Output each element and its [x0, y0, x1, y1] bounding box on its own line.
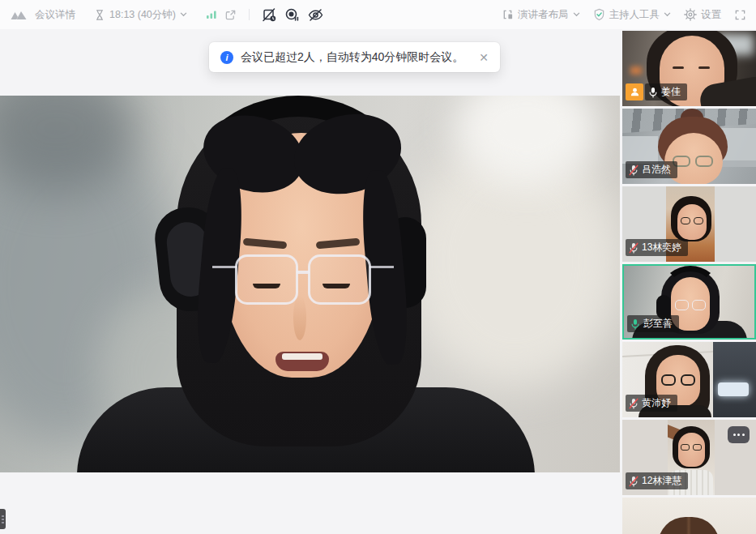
transcription-off-icon[interactable] [262, 7, 277, 23]
shield-check-icon [593, 8, 605, 21]
speaker-layout-icon [502, 9, 514, 20]
meeting-details-label: 会议详情 [35, 8, 75, 22]
main-video-stage[interactable] [0, 96, 620, 472]
banner-close-icon[interactable]: ✕ [479, 51, 489, 64]
hide-view-eye-off-icon[interactable] [307, 7, 324, 23]
participant-tile[interactable]: 12林津慧 [622, 420, 756, 495]
participant-name: 吕浩然 [642, 163, 671, 177]
participant-tile-active-speaker[interactable]: 彭至善 [622, 264, 756, 340]
participant-name: 12林津慧 [642, 474, 681, 488]
mic-muted-icon [629, 476, 639, 487]
timer-text: 18:13 (40分钟) [109, 8, 176, 22]
participant-tile[interactable]: 吕浩然 [622, 109, 756, 184]
mic-speaking-icon [630, 318, 640, 330]
host-tools-button[interactable]: 主持人工具 [593, 8, 672, 22]
participant-tile[interactable]: 姜佳 [622, 31, 756, 106]
mic-muted-icon [629, 398, 639, 409]
meeting-timer[interactable]: 18:13 (40分钟) [94, 8, 187, 22]
participant-name: 13林奕婷 [642, 241, 681, 254]
gear-icon [684, 8, 697, 21]
glasses [235, 254, 298, 305]
participant-tile[interactable]: 黄沛妤 [622, 342, 756, 417]
meeting-details-button[interactable]: 会议详情 [35, 8, 75, 22]
participant-tile[interactable]: 13林奕婷 [622, 186, 756, 262]
collapsed-panel-handle[interactable] [0, 509, 6, 529]
host-badge-icon [626, 83, 643, 100]
meeting-app-window: { "topbar": { "meeting_details_label": "… [0, 0, 756, 534]
mic-muted-icon [629, 164, 639, 176]
settings-label: 设置 [701, 8, 721, 22]
fullscreen-icon[interactable] [734, 9, 746, 21]
toolbar-divider [249, 9, 250, 20]
banner-message: 会议已超过2人，自动转为40分钟限时会议。 [241, 50, 463, 65]
chevron-down-icon [180, 12, 187, 17]
chevron-down-icon [664, 12, 671, 17]
info-icon: i [220, 51, 233, 64]
mic-muted-icon [629, 242, 639, 254]
participant-name: 彭至善 [643, 317, 673, 331]
hourglass-icon [94, 9, 105, 21]
network-signal-icon[interactable] [206, 10, 217, 19]
open-external-icon[interactable] [224, 9, 237, 21]
participant-name: 黄沛妤 [642, 396, 671, 410]
recording-indicator-icon[interactable] [284, 7, 300, 23]
settings-button[interactable]: 设置 [684, 8, 721, 22]
chevron-down-icon [573, 12, 580, 17]
participant-name: 姜佳 [661, 85, 681, 99]
mic-on-icon [648, 87, 658, 98]
meeting-toolbar: 会议详情 18:13 (40分钟) [0, 0, 756, 29]
speaker-layout-label: 演讲者布局 [518, 8, 569, 22]
layout-selector-button[interactable]: 演讲者布局 [502, 8, 580, 22]
app-logo-icon [10, 9, 28, 21]
tile-more-options-button[interactable] [728, 426, 750, 443]
meeting-limit-banner: i 会议已超过2人，自动转为40分钟限时会议。 ✕ [209, 42, 500, 72]
participant-tile-partial[interactable] [622, 498, 756, 534]
host-tools-label: 主持人工具 [609, 8, 660, 22]
